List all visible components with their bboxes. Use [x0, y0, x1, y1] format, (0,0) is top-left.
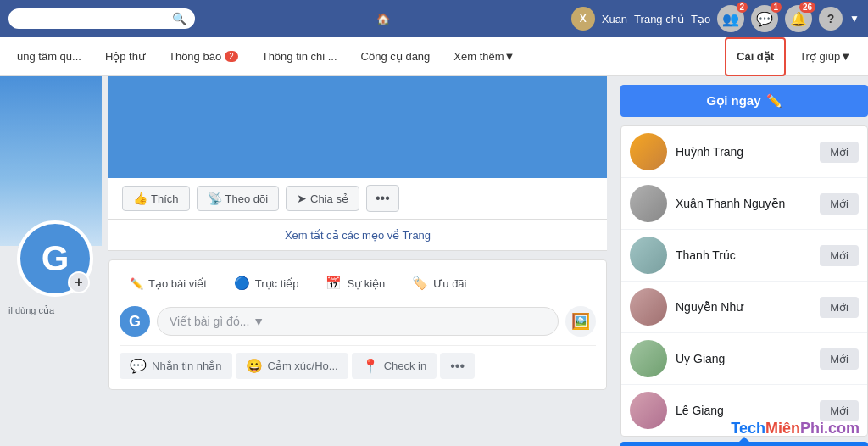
nav-arrow[interactable]: ▼	[849, 13, 860, 25]
right-sidebar: Gọi ngay ✏️ Huỳnh Trang Mới Xuân Thanh N…	[614, 76, 868, 446]
emoji-icon: 😀	[246, 358, 263, 374]
tab-su-kien[interactable]: 📅 Sự kiện	[315, 270, 395, 296]
friend-name-3: Thanh Trúc	[676, 248, 811, 262]
nav-thong-tin[interactable]: Thông tin chi ...	[252, 37, 348, 76]
cover-spacer	[108, 76, 607, 178]
edit-icon: ✏️	[130, 277, 143, 290]
post-area: ✏️ Tạo bài viết 🔵 Trực tiếp 📅 Sự kiện 🏷️…	[108, 259, 607, 390]
see-all-friends-button[interactable]: Xem tất cả bạn bè	[620, 442, 868, 446]
call-icon: ✏️	[766, 93, 782, 109]
top-navigation: 🔍 🏠 X Xuan Trang chủ Tạo 👥 2 💬 1 🔔 26 ? …	[0, 0, 868, 37]
uu-dai-label: Ưu đãi	[433, 277, 466, 290]
page-wrapper: G + il dùng của 👍 Thích 📡 Theo dõi ➤ Chi…	[0, 76, 868, 446]
main-col: 👍 Thích 📡 Theo dõi ➤ Chia sẻ ••• Xem tất…	[102, 76, 614, 446]
post-input-wrapper[interactable]: Viết bài gì đó... ▼	[157, 307, 559, 336]
second-navigation: ung tâm qu... Hộp thư Thông báo 2 Thông …	[0, 37, 868, 76]
friend-name-2: Xuân Thanh Nguyễn	[676, 197, 811, 210]
post-input-row: G Viết bài gì đó... ▼ 🖼️	[120, 306, 596, 337]
friend-avatar-6	[630, 392, 667, 429]
live-icon: 🔵	[234, 276, 250, 291]
help-button[interactable]: ?	[819, 7, 843, 31]
friend-avatar-3	[630, 237, 667, 274]
tab-truc-tiep[interactable]: 🔵 Trực tiếp	[224, 270, 309, 296]
search-input[interactable]	[17, 12, 167, 25]
nav-right: X Xuan Trang chủ Tạo 👥 2 💬 1 🔔 26 ? ▼	[571, 5, 860, 32]
nav-trung-tam[interactable]: ung tâm qu...	[7, 37, 92, 76]
page-label: il dùng của	[0, 302, 102, 320]
thong-bao-badge: 2	[225, 51, 238, 62]
friends-notifications[interactable]: 👥 2	[717, 5, 744, 32]
search-bar[interactable]: 🔍	[8, 8, 195, 29]
nav-center: 🏠	[202, 13, 565, 25]
friend-avatar-4	[630, 288, 667, 326]
moi-button-5[interactable]: Mới	[820, 348, 859, 370]
nav-hop-thu[interactable]: Hộp thư	[95, 37, 155, 76]
username-label: Xuan	[602, 13, 627, 25]
more-post-action[interactable]: •••	[440, 353, 475, 379]
call-now-button[interactable]: Gọi ngay ✏️	[620, 85, 868, 117]
xem-tat-ca-bar: Xem tất cả các mẹo về Trang	[108, 220, 607, 251]
checkin-action[interactable]: 📍 Check in	[352, 353, 437, 379]
messenger-icon: 💬	[130, 358, 147, 374]
friend-avatar-2	[630, 185, 667, 222]
more-button[interactable]: •••	[366, 185, 399, 212]
friend-avatar-5	[630, 340, 667, 377]
nav-cong-cu[interactable]: Công cụ đăng	[351, 37, 441, 76]
truc-tiep-label: Trực tiếp	[255, 277, 299, 290]
tab-tao-bai-viet[interactable]: ✏️ Tạo bài viết	[120, 270, 217, 296]
nav-tro-giup[interactable]: Trợ giúp ▼	[789, 37, 861, 76]
messenger-action[interactable]: 💬 Nhắn tin nhắn	[120, 353, 232, 379]
moi-button-6[interactable]: Mới	[820, 400, 859, 421]
tab-uu-dai[interactable]: 🏷️ Ưu đãi	[402, 270, 476, 296]
home-icon: 🏠	[376, 13, 390, 25]
friends-list: Huỳnh Trang Mới Xuân Thanh Nguyễn Mới Th…	[620, 125, 868, 437]
friend-item: Thanh Trúc Mới	[621, 230, 867, 282]
user-avatar[interactable]: X	[571, 7, 595, 31]
xem-tat-ca-link[interactable]: Xem tất cả các mẹo về Trang	[285, 229, 431, 242]
moi-button-1[interactable]: Mới	[820, 142, 859, 163]
like-icon: 👍	[133, 192, 147, 205]
post-dropdown-icon[interactable]: ▼	[253, 315, 264, 328]
home-label[interactable]: Trang chủ	[634, 13, 684, 25]
messenger-label: Nhắn tin nhắn	[152, 360, 222, 372]
friend-item: Nguyễn Như Mới	[621, 282, 867, 333]
watermark-tech: Tech	[731, 420, 765, 437]
create-label[interactable]: Tạo	[691, 13, 710, 25]
bell-notifications[interactable]: 🔔 26	[785, 5, 812, 32]
page-icon-big: G +	[17, 220, 93, 297]
nav-thong-bao[interactable]: Thông báo 2	[159, 37, 248, 76]
post-placeholder: Viết bài gì đó...	[170, 315, 249, 328]
add-photo-icon[interactable]: +	[68, 271, 90, 293]
messenger-notifications[interactable]: 💬 1	[751, 5, 778, 32]
offer-icon: 🏷️	[412, 276, 428, 291]
moi-button-2[interactable]: Mới	[820, 193, 859, 215]
moi-button-4[interactable]: Mới	[820, 297, 859, 318]
theo-doi-button[interactable]: 📡 Theo dõi	[197, 186, 280, 211]
photo-icon: 🖼️	[571, 312, 590, 331]
post-photo-button[interactable]: 🖼️	[565, 306, 596, 337]
watermark-phi: Phi.com	[800, 420, 860, 437]
friend-name-4: Nguyễn Như	[676, 300, 811, 314]
location-icon: 📍	[362, 358, 379, 374]
post-actions-row: 💬 Nhắn tin nhắn 😀 Cảm xúc/Ho... 📍 Check …	[120, 345, 596, 379]
nav-home[interactable]: 🏠	[376, 13, 390, 25]
call-now-label: Gọi ngay	[706, 93, 760, 109]
messenger-badge: 1	[771, 2, 782, 13]
thich-button[interactable]: 👍 Thích	[122, 186, 190, 211]
bell-badge: 26	[799, 2, 815, 13]
post-tabs: ✏️ Tạo bài viết 🔵 Trực tiếp 📅 Sự kiện 🏷️…	[120, 270, 596, 296]
share-icon: ➤	[297, 192, 307, 205]
nav-xem-them[interactable]: Xem thêm ▼	[443, 37, 525, 76]
friend-avatar-1	[630, 133, 667, 170]
post-avatar: G	[120, 306, 150, 337]
friend-item: Huỳnh Trang Mới	[621, 126, 867, 178]
moi-button-3[interactable]: Mới	[820, 245, 859, 266]
emoji-action[interactable]: 😀 Cảm xúc/Ho...	[236, 353, 348, 379]
friend-name-6: Lê Giang	[676, 404, 811, 417]
chia-se-button[interactable]: ➤ Chia sẻ	[286, 186, 359, 211]
friend-name-5: Uy Giang	[676, 352, 811, 365]
nav-cai-dat[interactable]: Cài đặt	[725, 37, 786, 76]
more-post-icon: •••	[450, 359, 465, 374]
friend-name-1: Huỳnh Trang	[676, 145, 811, 159]
watermark: TechMiênPhi.com	[731, 420, 860, 438]
